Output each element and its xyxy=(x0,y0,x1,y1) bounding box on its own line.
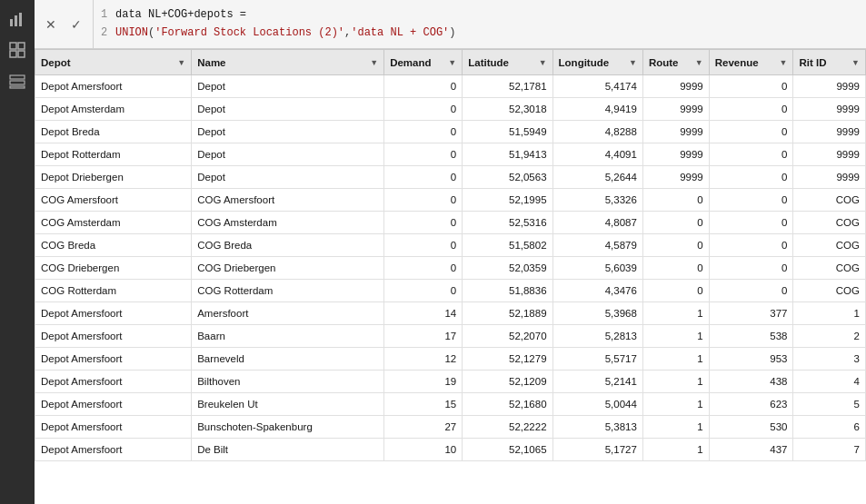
depot-filter-icon[interactable]: ▼ xyxy=(177,58,185,67)
cell-ritid: 3 xyxy=(793,348,866,371)
formula-editor[interactable]: 1 data NL+COG+depots = 2 UNION('Forward … xyxy=(94,0,866,48)
cell-longitude: 5,6039 xyxy=(552,257,642,280)
col-header-latitude[interactable]: Latitude ▼ xyxy=(463,50,552,75)
cell-latitude: 52,0563 xyxy=(463,166,552,189)
table-row: Depot AmersfoortDepot052,17815,417499990… xyxy=(35,75,866,98)
cell-route: 1 xyxy=(642,416,709,439)
cell-depot: Depot Driebergen xyxy=(35,166,192,189)
cell-ritid: 9999 xyxy=(793,75,866,98)
cell-depot: COG Amersfoort xyxy=(35,189,192,212)
table-row: Depot DriebergenDepot052,05635,264499990… xyxy=(35,166,866,189)
cell-route: 0 xyxy=(642,257,709,280)
cell-demand: 15 xyxy=(384,393,463,416)
col-header-depot[interactable]: Depot ▼ xyxy=(35,50,192,75)
cell-demand: 12 xyxy=(384,348,463,371)
col-header-ritid[interactable]: Rit ID ▼ xyxy=(793,50,866,75)
ritid-filter-icon[interactable]: ▼ xyxy=(851,58,860,67)
cell-ritid: 9999 xyxy=(793,143,866,166)
main-content: ✕ ✓ 1 data NL+COG+depots = 2 UNION('Forw… xyxy=(35,0,866,504)
cell-longitude: 5,2141 xyxy=(552,371,642,393)
table-header-row: Depot ▼ Name ▼ Demand xyxy=(35,50,866,75)
route-filter-icon[interactable]: ▼ xyxy=(695,58,703,67)
cell-depot: Depot Amersfoort xyxy=(35,439,192,461)
cell-demand: 0 xyxy=(384,257,463,280)
cell-name: Bunschoten-Spakenburg xyxy=(192,416,384,439)
cell-ritid: 4 xyxy=(793,371,866,393)
cell-depot: Depot Amersfoort xyxy=(35,371,192,393)
data-table-container[interactable]: Depot ▼ Name ▼ Demand xyxy=(35,49,866,504)
table-row: Depot AmersfoortBarneveld1252,12795,5717… xyxy=(35,348,866,371)
cell-route: 9999 xyxy=(642,98,709,121)
cell-route: 0 xyxy=(642,212,709,234)
cell-depot: COG Driebergen xyxy=(35,257,192,280)
cell-revenue: 0 xyxy=(709,234,793,257)
cell-route: 1 xyxy=(642,439,709,461)
cell-ritid: 6 xyxy=(793,416,866,439)
name-filter-icon[interactable]: ▼ xyxy=(370,58,378,67)
col-header-route[interactable]: Route ▼ xyxy=(642,50,709,75)
cell-demand: 0 xyxy=(384,212,463,234)
cell-revenue: 0 xyxy=(709,280,793,302)
cell-route: 9999 xyxy=(642,143,709,166)
svg-rect-3 xyxy=(10,43,16,49)
formula-action-icons: ✕ ✓ xyxy=(35,0,94,48)
grid-icon[interactable] xyxy=(4,36,31,64)
cell-demand: 0 xyxy=(384,234,463,257)
cell-longitude: 5,4174 xyxy=(552,75,642,98)
table-row: Depot AmersfoortBaarn1752,20705,28131538… xyxy=(35,325,866,348)
cell-revenue: 623 xyxy=(709,393,793,416)
confirm-formula-button[interactable]: ✓ xyxy=(65,14,87,35)
cell-revenue: 0 xyxy=(709,189,793,212)
col-header-revenue[interactable]: Revenue ▼ xyxy=(709,50,793,75)
cell-name: COG Amsterdam xyxy=(192,212,384,234)
formula-line-2: 2 UNION('Forward Stock Locations (2)','d… xyxy=(101,25,859,42)
cell-revenue: 530 xyxy=(709,416,793,439)
cell-demand: 27 xyxy=(384,416,463,439)
app-container: ✕ ✓ 1 data NL+COG+depots = 2 UNION('Forw… xyxy=(0,0,866,504)
table-row: Depot RotterdamDepot051,94134,4091999909… xyxy=(35,143,866,166)
cell-demand: 0 xyxy=(384,75,463,98)
cell-latitude: 52,3018 xyxy=(463,98,552,121)
cell-name: COG Rotterdam xyxy=(192,280,384,302)
cell-name: Bilthoven xyxy=(192,371,384,393)
cell-ritid: 9999 xyxy=(793,98,866,121)
cell-route: 9999 xyxy=(642,166,709,189)
data-table: Depot ▼ Name ▼ Demand xyxy=(35,49,866,461)
longitude-filter-icon[interactable]: ▼ xyxy=(629,58,637,67)
cell-depot: Depot Amersfoort xyxy=(35,75,192,98)
cell-depot: Depot Amersfoort xyxy=(35,325,192,348)
table-row: Depot AmsterdamDepot052,30184,9419999909… xyxy=(35,98,866,121)
cell-route: 0 xyxy=(642,189,709,212)
cell-longitude: 5,0044 xyxy=(552,393,642,416)
cancel-formula-button[interactable]: ✕ xyxy=(40,14,62,35)
cell-ritid: COG xyxy=(793,189,866,212)
cell-ritid: 5 xyxy=(793,393,866,416)
revenue-filter-icon[interactable]: ▼ xyxy=(780,58,788,67)
cell-demand: 19 xyxy=(384,371,463,393)
col-header-name[interactable]: Name ▼ xyxy=(192,50,384,75)
cell-ritid: 2 xyxy=(793,325,866,348)
cell-route: 0 xyxy=(642,234,709,257)
cell-demand: 17 xyxy=(384,325,463,348)
col-header-longitude[interactable]: Longitude ▼ xyxy=(552,50,642,75)
col-header-demand[interactable]: Demand ▼ xyxy=(384,50,463,75)
layers-icon[interactable] xyxy=(4,67,31,94)
cell-depot: Depot Rotterdam xyxy=(35,143,192,166)
latitude-filter-icon[interactable]: ▼ xyxy=(539,58,547,67)
svg-rect-9 xyxy=(10,86,25,88)
cell-revenue: 538 xyxy=(709,325,793,348)
cell-route: 9999 xyxy=(642,75,709,98)
table-row: COG AmsterdamCOG Amsterdam052,53164,8087… xyxy=(35,212,866,234)
cell-longitude: 5,2813 xyxy=(552,325,642,348)
cell-route: 1 xyxy=(642,371,709,393)
cell-name: COG Amersfoort xyxy=(192,189,384,212)
cell-route: 1 xyxy=(642,348,709,371)
cell-latitude: 51,5949 xyxy=(463,121,552,143)
demand-filter-icon[interactable]: ▼ xyxy=(448,58,456,67)
cell-longitude: 5,5717 xyxy=(552,348,642,371)
cell-name: Depot xyxy=(192,121,384,143)
svg-rect-0 xyxy=(10,19,13,26)
cell-longitude: 5,2644 xyxy=(552,166,642,189)
cell-depot: Depot Amersfoort xyxy=(35,302,192,325)
chart-icon[interactable] xyxy=(4,5,31,33)
